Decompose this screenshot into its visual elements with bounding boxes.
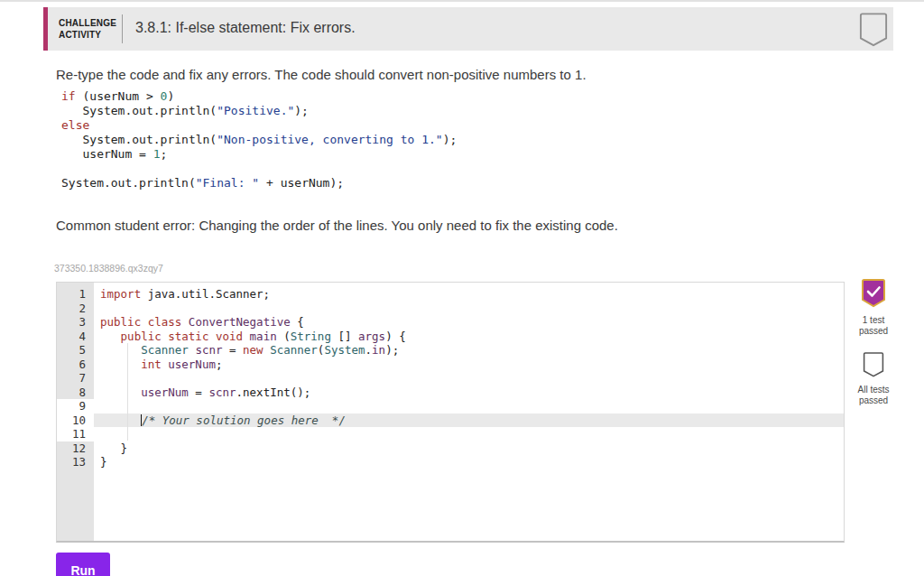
line-number: 2 <box>57 302 94 316</box>
line-code <box>94 399 844 413</box>
completion-shield-icon <box>857 12 890 48</box>
header-divider <box>122 14 123 43</box>
line-code: import java.util.Scanner; <box>94 287 844 302</box>
test-status-panel: 1 test passed All tests passed <box>846 278 901 406</box>
line-number: 5 <box>57 343 94 358</box>
challenge-activity-page: CHALLENGE ACTIVITY 3.8.1: If-else statem… <box>0 0 924 576</box>
line-number: 3 <box>57 315 94 330</box>
line-number: 11 <box>57 427 94 441</box>
line-code: userNum = scnr.nextInt(); <box>94 386 844 400</box>
line-number: 12 <box>57 441 94 456</box>
snippet-line: System.out.println("Non-positive, conver… <box>61 133 457 147</box>
line-number: 4 <box>57 330 94 344</box>
editor-line: 12 } <box>57 441 844 456</box>
page-top-border <box>0 0 924 2</box>
editor-line: 7 <box>57 371 844 386</box>
indent-guide <box>127 343 128 441</box>
snippet-line: userNum = 1; <box>61 147 457 162</box>
line-code: } <box>94 455 844 469</box>
line-code: } <box>94 441 844 456</box>
all-tests-label: All tests passed <box>846 385 901 406</box>
activity-title: 3.8.1: If-else statement: Fix errors. <box>135 20 356 36</box>
snippet-line: System.out.println("Final: " + userNum); <box>61 176 457 190</box>
editor-line: 10 /* Your solution goes here */ <box>57 413 844 428</box>
editor-line: 11 <box>57 427 844 441</box>
editor-line: 5 Scanner scnr = new Scanner(System.in); <box>57 343 844 358</box>
editor-line: 8 userNum = scnr.nextInt(); <box>57 386 844 400</box>
activity-header: CHALLENGE ACTIVITY 3.8.1: If-else statem… <box>43 7 893 51</box>
line-code <box>94 371 844 386</box>
header-accent-bar <box>43 7 48 51</box>
resource-id: 373350.1838896.qx3zqy7 <box>54 263 163 274</box>
kicker-line-1: CHALLENGE <box>59 17 116 29</box>
code-editor[interactable]: 1import java.util.Scanner;23public class… <box>56 282 845 543</box>
snippet-line: System.out.println("Positive."); <box>61 104 457 118</box>
line-code <box>94 302 844 316</box>
editor-line: 2 <box>57 302 844 316</box>
editor-line: 1import java.util.Scanner; <box>57 287 844 302</box>
code-snippet: if (userNum > 0) System.out.println("Pos… <box>61 89 457 190</box>
test-passed-label: 1 test passed <box>846 315 901 337</box>
line-number: 10 <box>57 413 94 428</box>
editor-line: 13} <box>57 455 844 469</box>
common-error-note: Common student error: Changing the order… <box>56 218 618 233</box>
line-code: public static void main (String [] args)… <box>94 330 844 344</box>
editor-lines: 1import java.util.Scanner;23public class… <box>57 287 844 469</box>
line-code: Scanner scnr = new Scanner(System.in); <box>94 343 844 358</box>
line-number: 6 <box>57 358 94 372</box>
editor-line: 6 int userNum; <box>57 358 844 372</box>
line-number: 8 <box>57 386 94 400</box>
line-number: 13 <box>57 455 94 469</box>
line-code <box>94 427 844 441</box>
kicker-line-2: ACTIVITY <box>59 29 116 41</box>
activity-kicker: CHALLENGE ACTIVITY <box>59 17 116 41</box>
editor-line: 3public class ConvertNegative { <box>57 315 844 330</box>
line-code: int userNum; <box>94 358 844 372</box>
snippet-line: else <box>61 118 457 133</box>
editor-line: 4 public static void main (String [] arg… <box>57 330 844 344</box>
test-passed-badge-icon <box>859 278 888 309</box>
snippet-line <box>61 162 457 176</box>
run-button[interactable]: Run <box>56 553 110 576</box>
line-code: public class ConvertNegative { <box>94 315 844 330</box>
line-code: /* Your solution goes here */ <box>94 413 844 428</box>
line-number: 7 <box>57 371 94 386</box>
snippet-line: if (userNum > 0) <box>61 89 457 104</box>
line-number: 9 <box>57 399 94 413</box>
instructions-text: Re-type the code and fix any errors. The… <box>56 67 587 82</box>
line-number: 1 <box>57 287 94 302</box>
editor-line: 9 <box>57 399 844 413</box>
all-tests-shield-icon <box>862 351 885 378</box>
